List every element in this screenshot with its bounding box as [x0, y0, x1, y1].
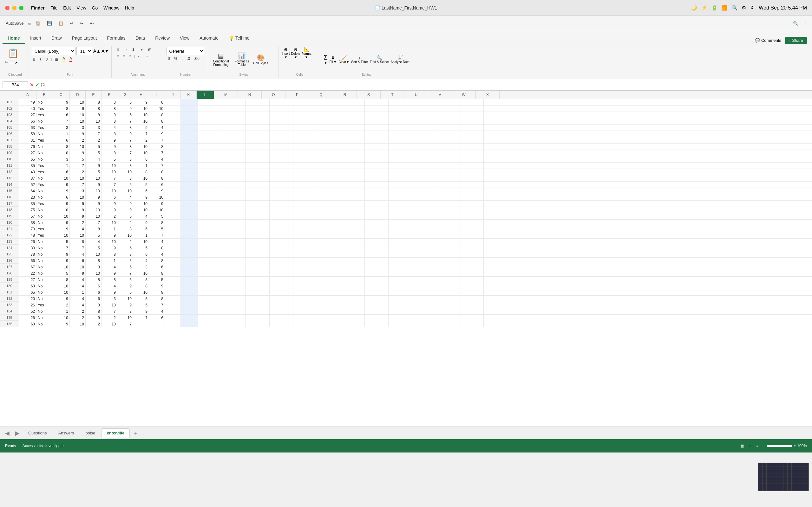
grid-cell[interactable] — [412, 156, 436, 162]
grid-cell[interactable]: 8 — [149, 144, 165, 150]
grid-cell[interactable] — [317, 289, 341, 295]
grid-cell[interactable] — [389, 220, 412, 226]
grid-cell[interactable] — [341, 144, 365, 150]
grid-cell[interactable] — [412, 194, 436, 200]
grid-cell[interactable] — [317, 124, 341, 130]
grid-cell[interactable]: 4 — [101, 124, 117, 130]
grid-cell[interactable]: 9 — [52, 188, 70, 194]
grid-cell[interactable] — [460, 213, 484, 219]
share-button[interactable]: ↑Share — [785, 37, 807, 44]
grid-cell[interactable]: 10 — [133, 150, 149, 156]
grid-cell[interactable] — [198, 251, 222, 257]
grid-cell[interactable] — [270, 264, 293, 270]
grid-cell[interactable] — [270, 251, 293, 257]
grid-cell[interactable] — [270, 258, 293, 264]
tab-tell-me[interactable]: 💡Tell me — [223, 33, 254, 44]
grid-cell[interactable]: 10 — [117, 296, 133, 302]
grid-cell[interactable] — [389, 277, 412, 283]
grid-cell[interactable] — [412, 124, 436, 130]
grid-cell[interactable] — [460, 251, 484, 257]
grid-cell[interactable]: 9 — [101, 289, 117, 295]
grid-cell[interactable]: Yes — [37, 112, 52, 118]
grid-cell[interactable] — [165, 264, 181, 270]
grid-cell[interactable] — [222, 245, 246, 251]
grid-cell[interactable] — [389, 181, 412, 187]
grid-cell[interactable] — [246, 302, 270, 308]
grid-cell[interactable] — [198, 175, 222, 181]
copy-path-icon[interactable]: 📋 — [56, 20, 65, 26]
conditional-formatting-button[interactable]: ▤ Conditional Formatting — [211, 52, 230, 66]
grid-cell[interactable] — [436, 289, 460, 295]
grid-cell[interactable]: 67 — [19, 264, 37, 270]
grid-cell[interactable] — [389, 194, 412, 200]
grid-cell[interactable] — [293, 144, 317, 150]
grid-cell[interactable]: 6 — [52, 169, 70, 175]
grid-cell[interactable]: 8 — [149, 112, 165, 118]
grid-cell[interactable] — [317, 156, 341, 162]
grid-cell[interactable]: 10 — [52, 264, 70, 270]
cancel-formula-icon[interactable]: ✕ — [30, 82, 34, 88]
grid-cell-l[interactable] — [181, 194, 198, 200]
font-grow-icon[interactable]: A▲ — [93, 49, 101, 54]
grid-cell[interactable] — [293, 258, 317, 264]
grid-cell[interactable] — [460, 131, 484, 137]
grid-cell[interactable] — [222, 251, 246, 257]
grid-cell[interactable] — [317, 213, 341, 219]
grid-cell[interactable] — [460, 207, 484, 213]
grid-cell[interactable]: No — [37, 213, 52, 219]
grid-cell[interactable] — [198, 156, 222, 162]
grid-cell[interactable] — [412, 220, 436, 226]
grid-cell[interactable] — [198, 270, 222, 276]
grid-cell[interactable] — [436, 112, 460, 118]
col-header-q[interactable]: Q — [309, 91, 333, 99]
grid-cell[interactable] — [270, 201, 293, 207]
grid-cell[interactable] — [198, 315, 222, 321]
grid-cell[interactable] — [460, 201, 484, 207]
row-number[interactable]: 115 — [0, 188, 19, 194]
grid-cell[interactable]: 27 — [19, 277, 37, 283]
grid-cell[interactable] — [341, 277, 365, 283]
grid-cell[interactable]: 5 — [86, 245, 101, 251]
grid-cell[interactable]: 1 — [52, 131, 70, 137]
grid-cell[interactable]: No — [37, 156, 52, 162]
grid-cell[interactable] — [412, 258, 436, 264]
grid-cell[interactable] — [270, 245, 293, 251]
grid-cell[interactable] — [246, 137, 270, 143]
underline-button[interactable]: U — [44, 56, 50, 62]
grid-cell[interactable] — [222, 213, 246, 219]
grid-cell[interactable] — [365, 321, 389, 327]
grid-cell[interactable]: No — [37, 239, 52, 245]
grid-cell[interactable] — [365, 169, 389, 175]
grid-cell[interactable] — [293, 239, 317, 245]
grid-cell[interactable]: 8 — [149, 175, 165, 181]
grid-cell[interactable]: 9 — [70, 150, 86, 156]
grid-cell[interactable]: 9 — [101, 112, 117, 118]
grid-cell[interactable]: 5 — [149, 213, 165, 219]
grid-cell[interactable] — [293, 118, 317, 124]
grid-cell[interactable]: 10 — [101, 321, 117, 327]
grid-cell[interactable] — [246, 144, 270, 150]
grid-cell[interactable]: 8 — [133, 277, 149, 283]
grid-cell[interactable] — [293, 289, 317, 295]
col-header-i[interactable]: I — [149, 91, 165, 99]
col-header-p[interactable]: P — [286, 91, 309, 99]
grid-cell[interactable] — [389, 308, 412, 314]
grid-cell[interactable] — [389, 289, 412, 295]
merge-icon[interactable]: ⊞ — [147, 47, 153, 53]
grid-cell[interactable]: 52 — [19, 181, 37, 187]
grid-cell[interactable]: 40 — [19, 169, 37, 175]
grid-cell[interactable] — [412, 283, 436, 289]
grid-cell[interactable]: 7 — [117, 118, 133, 124]
grid-cell[interactable]: 4 — [149, 251, 165, 257]
row-number[interactable]: 111 — [0, 163, 19, 169]
grid-cell[interactable] — [412, 201, 436, 207]
grid-cell[interactable] — [293, 270, 317, 276]
grid-cell[interactable] — [341, 239, 365, 245]
grid-cell[interactable]: 8 — [52, 277, 70, 283]
grid-cell[interactable] — [365, 258, 389, 264]
grid-cell[interactable] — [389, 296, 412, 302]
grid-cell[interactable] — [412, 137, 436, 143]
font-selector[interactable]: Calibri (Body) — [31, 47, 75, 55]
grid-cell[interactable]: 5 — [117, 181, 133, 187]
grid-cell[interactable]: 7 — [133, 131, 149, 137]
